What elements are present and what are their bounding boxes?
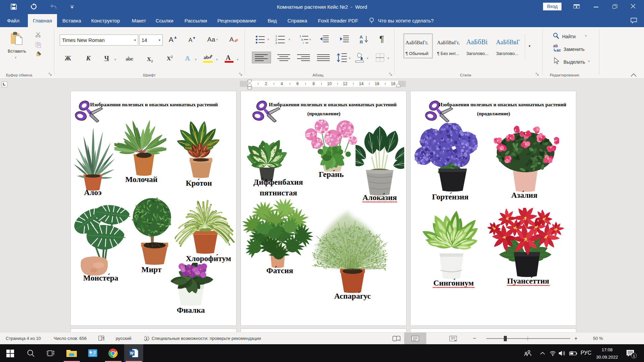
svg-text:i: i: [303, 41, 304, 44]
svg-text:3: 3: [275, 41, 277, 44]
svg-text:1: 1: [300, 35, 301, 38]
svg-text:1: 1: [633, 354, 635, 358]
svg-text:a: a: [301, 38, 303, 41]
svg-text:2: 2: [275, 38, 277, 41]
svg-text:1: 1: [275, 35, 277, 38]
svg-text:W: W: [130, 351, 134, 356]
